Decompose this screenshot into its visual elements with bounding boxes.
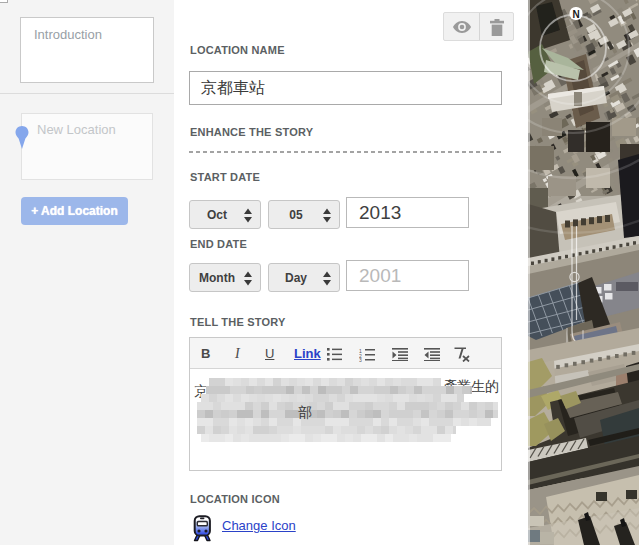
svg-text:N: N	[572, 9, 579, 20]
